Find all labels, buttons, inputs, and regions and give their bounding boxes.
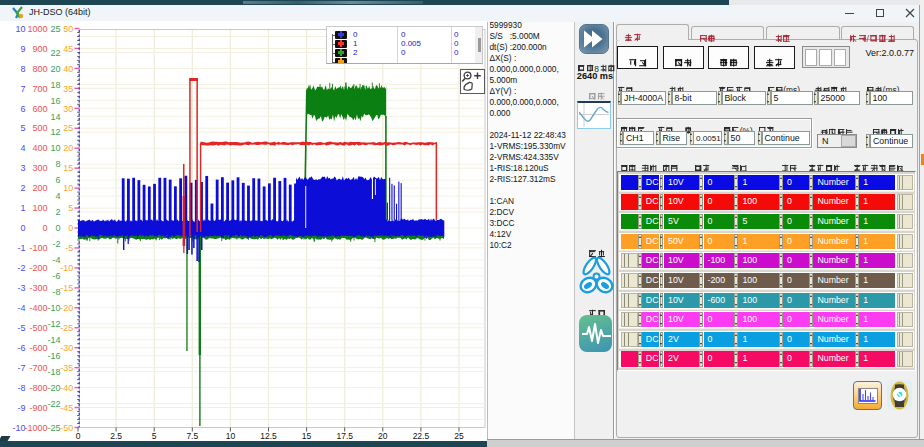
svg-text:-8: -8 bbox=[52, 287, 60, 297]
svg-text:-700: -700 bbox=[29, 363, 47, 373]
svg-text:-2: -2 bbox=[52, 239, 60, 249]
svg-text:18: 18 bbox=[50, 80, 60, 90]
svg-text:40: 40 bbox=[63, 64, 73, 74]
svg-text:16: 16 bbox=[50, 96, 60, 106]
svg-text:-4: -4 bbox=[17, 303, 25, 313]
svg-text:1: 1 bbox=[20, 203, 25, 213]
svg-text:6: 6 bbox=[55, 175, 60, 185]
svg-text:-3: -3 bbox=[17, 283, 25, 293]
svg-text:-900: -900 bbox=[29, 403, 47, 413]
svg-text:35: 35 bbox=[63, 84, 73, 94]
svg-text:0: 0 bbox=[55, 223, 60, 233]
svg-text:0: 0 bbox=[20, 223, 25, 233]
svg-text:15: 15 bbox=[63, 163, 73, 173]
svg-text:25: 25 bbox=[63, 123, 73, 133]
svg-text:-200: -200 bbox=[29, 263, 47, 273]
svg-text:8: 8 bbox=[55, 159, 60, 169]
svg-text:500: 500 bbox=[32, 123, 47, 133]
svg-text:-50: -50 bbox=[60, 423, 73, 433]
svg-text:50: 50 bbox=[63, 24, 73, 34]
svg-text:6: 6 bbox=[20, 104, 25, 114]
svg-text:20: 20 bbox=[63, 143, 73, 153]
svg-text:-100: -100 bbox=[29, 243, 47, 253]
svg-text:-30: -30 bbox=[60, 343, 73, 353]
svg-text:-25: -25 bbox=[47, 423, 60, 433]
svg-text:-25: -25 bbox=[60, 323, 73, 333]
svg-text:-22: -22 bbox=[47, 399, 60, 409]
svg-text:-1000: -1000 bbox=[24, 423, 47, 433]
svg-text:7.5: 7.5 bbox=[186, 431, 198, 441]
svg-text:20: 20 bbox=[378, 431, 388, 441]
svg-text:14: 14 bbox=[50, 112, 60, 122]
svg-text:-20: -20 bbox=[47, 383, 60, 393]
svg-text:-16: -16 bbox=[47, 351, 60, 361]
svg-text:-6: -6 bbox=[52, 271, 60, 281]
svg-text:300: 300 bbox=[32, 163, 47, 173]
svg-text:-10: -10 bbox=[60, 263, 73, 273]
svg-text:-20: -20 bbox=[60, 303, 73, 313]
svg-text:-18: -18 bbox=[47, 367, 60, 377]
svg-text:22: 22 bbox=[50, 48, 60, 58]
svg-text:-35: -35 bbox=[60, 363, 73, 373]
svg-text:-4: -4 bbox=[52, 255, 60, 265]
svg-text:9: 9 bbox=[20, 44, 25, 54]
svg-text:2: 2 bbox=[55, 207, 60, 217]
svg-text:12.5: 12.5 bbox=[260, 431, 277, 441]
svg-text:-400: -400 bbox=[29, 303, 47, 313]
svg-text:8: 8 bbox=[20, 64, 25, 74]
svg-text:800: 800 bbox=[32, 64, 47, 74]
svg-text:5: 5 bbox=[68, 203, 73, 213]
svg-text:12: 12 bbox=[50, 127, 60, 137]
svg-text:-6: -6 bbox=[17, 343, 25, 353]
svg-text:-40: -40 bbox=[60, 383, 73, 393]
svg-text:3: 3 bbox=[20, 163, 25, 173]
svg-text:10: 10 bbox=[50, 143, 60, 153]
svg-text:2: 2 bbox=[20, 183, 25, 193]
svg-text:15: 15 bbox=[302, 431, 312, 441]
svg-text:22.5: 22.5 bbox=[413, 431, 430, 441]
svg-text:-800: -800 bbox=[29, 383, 47, 393]
svg-text:17.5: 17.5 bbox=[336, 431, 353, 441]
svg-text:-12: -12 bbox=[47, 319, 60, 329]
svg-text:-8: -8 bbox=[17, 383, 25, 393]
svg-text:5: 5 bbox=[152, 431, 157, 441]
svg-text:-600: -600 bbox=[29, 343, 47, 353]
svg-text:-15: -15 bbox=[60, 283, 73, 293]
svg-text:-14: -14 bbox=[47, 335, 60, 345]
svg-text:-300: -300 bbox=[29, 283, 47, 293]
svg-text:0: 0 bbox=[68, 223, 73, 233]
svg-text:5: 5 bbox=[20, 123, 25, 133]
svg-text:-45: -45 bbox=[60, 403, 73, 413]
svg-text:700: 700 bbox=[32, 84, 47, 94]
svg-text:-10: -10 bbox=[47, 303, 60, 313]
svg-text:-7: -7 bbox=[17, 363, 25, 373]
svg-text:-5: -5 bbox=[65, 243, 73, 253]
svg-text:30: 30 bbox=[63, 104, 73, 114]
svg-text:25: 25 bbox=[454, 431, 464, 441]
svg-text:25: 25 bbox=[50, 24, 60, 34]
svg-text:600: 600 bbox=[32, 104, 47, 114]
svg-text:10: 10 bbox=[63, 183, 73, 193]
svg-text:20: 20 bbox=[50, 64, 60, 74]
svg-text:45: 45 bbox=[63, 44, 73, 54]
svg-text:2.5: 2.5 bbox=[110, 431, 122, 441]
svg-text:4: 4 bbox=[20, 143, 25, 153]
svg-text:0: 0 bbox=[42, 223, 47, 233]
svg-text:7: 7 bbox=[20, 84, 25, 94]
svg-text:0: 0 bbox=[76, 431, 81, 441]
svg-text:100: 100 bbox=[32, 203, 47, 213]
svg-text:4: 4 bbox=[55, 191, 60, 201]
svg-text:-5: -5 bbox=[17, 323, 25, 333]
svg-text:200: 200 bbox=[32, 183, 47, 193]
svg-text:-1: -1 bbox=[17, 243, 25, 253]
svg-text:-9: -9 bbox=[17, 403, 25, 413]
svg-text:10: 10 bbox=[226, 431, 236, 441]
svg-text:-500: -500 bbox=[29, 323, 47, 333]
svg-text:400: 400 bbox=[32, 143, 47, 153]
svg-text:900: 900 bbox=[32, 44, 47, 54]
svg-text:10: 10 bbox=[15, 24, 25, 34]
svg-text:-2: -2 bbox=[17, 263, 25, 273]
svg-text:1000: 1000 bbox=[27, 24, 47, 34]
